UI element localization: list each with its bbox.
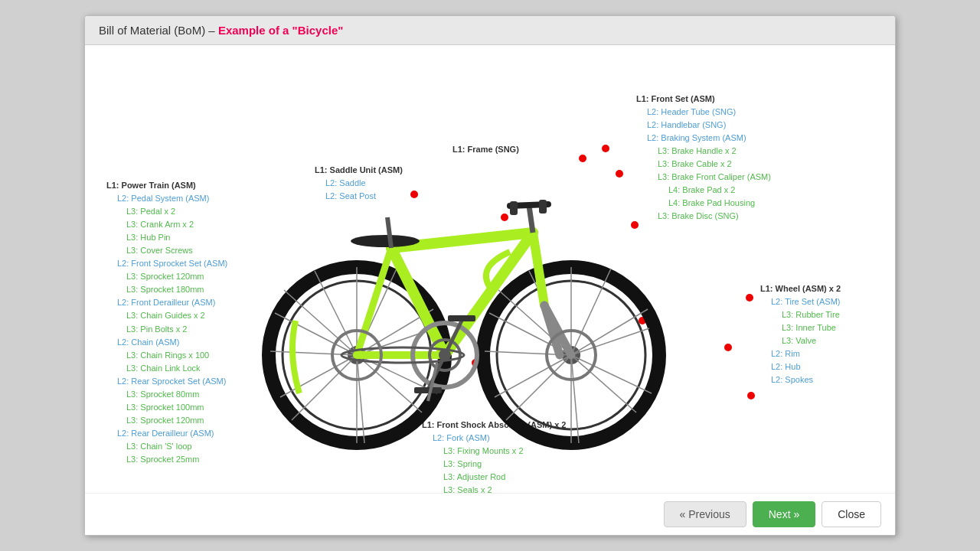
modal-window: Bill of Material (BoM) – Example of a "B… <box>84 15 896 536</box>
modal-footer: « Previous Next » Close <box>85 493 895 535</box>
modal-body: L1: Power Train (ASM) L2: Pedal System (… <box>85 45 895 493</box>
wheel-label: L1: Wheel (ASM) x 2 L2: Tire Set (ASM) L… <box>760 282 841 386</box>
dot-front-wheel-top <box>746 294 753 302</box>
power-train-label: L1: Power Train (ASM) L2: Pedal System (… <box>106 179 227 466</box>
svg-rect-47 <box>539 200 547 214</box>
svg-line-39 <box>533 233 544 305</box>
svg-line-14 <box>292 355 357 420</box>
next-button[interactable]: Next » <box>753 501 815 527</box>
svg-point-42 <box>351 235 420 247</box>
dot-wheel-bottom <box>747 392 755 399</box>
svg-line-22 <box>571 355 652 393</box>
close-button[interactable]: Close <box>822 501 881 527</box>
svg-line-29 <box>571 355 636 412</box>
header-title-static: Bill of Material (BoM) – <box>99 24 215 37</box>
dot-rear-wheel <box>724 344 732 351</box>
svg-rect-52 <box>414 387 442 393</box>
prev-button[interactable]: « Previous <box>664 501 746 527</box>
header-title-highlight: Example of a "Bicycle" <box>218 24 343 37</box>
bicycle-illustration <box>238 99 682 466</box>
svg-line-44 <box>529 206 533 233</box>
svg-line-31 <box>506 355 571 420</box>
modal-header: Bill of Material (BoM) – Example of a "B… <box>85 16 895 45</box>
svg-rect-54 <box>448 315 475 321</box>
svg-rect-46 <box>510 201 518 215</box>
